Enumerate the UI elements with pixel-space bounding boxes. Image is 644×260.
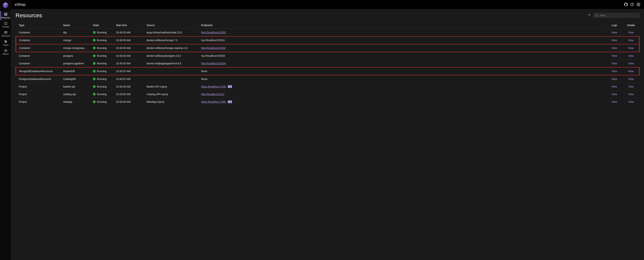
running-icon bbox=[93, 100, 96, 103]
endpoint-link[interactable]: https://localhost:7298 bbox=[201, 100, 226, 103]
endpoint-extra-badge[interactable]: +1 bbox=[228, 100, 232, 103]
cell-type: Container bbox=[16, 29, 60, 37]
table-row[interactable]: ContainerpostgresRunning10:43:03 AMdocke… bbox=[16, 52, 639, 60]
svg-rect-11 bbox=[5, 41, 7, 42]
cell-source: docker.io/library/mongo:7.0 bbox=[144, 36, 198, 44]
cell-details: View bbox=[623, 83, 639, 90]
svg-point-9 bbox=[6, 31, 7, 32]
table-row[interactable]: MongoDBDatabaseResourceBasketDBRunning10… bbox=[16, 67, 639, 75]
nav-traces[interactable]: Traces bbox=[0, 38, 11, 48]
nav-console[interactable]: Console bbox=[0, 20, 11, 29]
col-name[interactable]: Name bbox=[60, 22, 90, 29]
endpoint-text: None bbox=[201, 70, 207, 73]
col-logs[interactable]: Logs bbox=[606, 22, 623, 29]
svg-rect-3 bbox=[6, 15, 7, 16]
cell-name: catalog-api bbox=[60, 90, 90, 98]
view-details-link[interactable]: View bbox=[628, 100, 634, 103]
table-row[interactable]: Projectbasket-apiRunning10:43:03 AMBaske… bbox=[16, 83, 639, 90]
cell-details: View bbox=[623, 52, 639, 60]
nav-label: Structured bbox=[2, 35, 10, 37]
cell-endpoints: http://localhost:52534 bbox=[198, 60, 606, 67]
table-row[interactable]: ContainermongoRunning10:43:03 AMdocker.i… bbox=[16, 36, 639, 44]
running-icon bbox=[93, 39, 96, 42]
nav-resources[interactable]: Resources bbox=[0, 11, 11, 20]
running-icon bbox=[93, 70, 96, 72]
endpoint-link[interactable]: http://localhost:52535 bbox=[201, 31, 226, 34]
view-logs-link[interactable]: View bbox=[612, 54, 617, 57]
view-details-link[interactable]: View bbox=[628, 62, 634, 65]
cell-source: docker.io/dpage/pgadmin4:8.5 bbox=[144, 60, 198, 67]
cell-source bbox=[144, 75, 198, 83]
col-endpoints[interactable]: Endpoints bbox=[198, 22, 606, 29]
settings-icon[interactable] bbox=[636, 3, 640, 6]
endpoint-link[interactable]: http://localhost:5222 bbox=[201, 93, 224, 96]
content-header: Resources bbox=[16, 12, 640, 19]
endpoint-link[interactable]: http://localhost:52534 bbox=[201, 62, 226, 65]
col-source[interactable]: Source bbox=[144, 22, 198, 29]
cell-state: Running bbox=[90, 75, 113, 83]
table-row[interactable]: Projectcatalog-apiRunning10:43:03 AMCata… bbox=[16, 90, 639, 98]
cell-details: View bbox=[623, 75, 639, 83]
endpoint-link[interactable]: http://localhost:52532 bbox=[201, 47, 226, 50]
table-row[interactable]: ContaineridpRunning10:43:03 AMquay.io/ke… bbox=[16, 29, 639, 37]
cell-type: Project bbox=[16, 90, 60, 98]
view-details-link[interactable]: View bbox=[628, 77, 634, 80]
col-start[interactable]: Start time bbox=[113, 22, 144, 29]
cell-start: 10:43:03 AM bbox=[113, 83, 144, 90]
endpoint-extra-badge[interactable]: +1 bbox=[228, 85, 232, 88]
view-details-link[interactable]: View bbox=[628, 47, 634, 50]
cell-details: View bbox=[623, 98, 639, 106]
table-row[interactable]: ProjectwebappRunning10:43:03 AMWebApp.cs… bbox=[16, 98, 639, 106]
cell-name: basket-api bbox=[60, 83, 90, 90]
view-details-link[interactable]: View bbox=[628, 70, 634, 73]
view-logs-link[interactable]: View bbox=[612, 47, 617, 50]
search-box[interactable] bbox=[593, 13, 640, 18]
view-logs-link[interactable]: View bbox=[612, 100, 617, 103]
cell-logs: View bbox=[606, 29, 623, 37]
cell-details: View bbox=[623, 60, 639, 67]
view-logs-link[interactable]: View bbox=[612, 31, 617, 34]
cell-start: 10:43:03 AM bbox=[113, 29, 144, 37]
view-details-link[interactable]: View bbox=[628, 85, 634, 88]
cell-start: 10:43:03 AM bbox=[113, 44, 144, 52]
view-logs-link[interactable]: View bbox=[612, 39, 617, 42]
view-logs-link[interactable]: View bbox=[612, 85, 617, 88]
svg-rect-2 bbox=[4, 15, 5, 16]
table-row[interactable]: Containerpostgres-pgadminRunning10:43:03… bbox=[16, 60, 639, 67]
cell-type: Container bbox=[16, 44, 60, 52]
nav-metrics[interactable]: Metrics bbox=[0, 48, 11, 57]
content: Resources Type Na bbox=[11, 9, 644, 260]
cell-type: PostgresDatabaseResource bbox=[16, 75, 60, 83]
view-details-link[interactable]: View bbox=[628, 54, 634, 57]
view-logs-link[interactable]: View bbox=[612, 93, 617, 96]
table-row[interactable]: PostgresDatabaseResourceCatalogDBRunning… bbox=[16, 75, 639, 83]
view-details-link[interactable]: View bbox=[628, 39, 634, 42]
cell-logs: View bbox=[606, 44, 623, 52]
running-icon bbox=[93, 85, 96, 88]
col-details[interactable]: Details bbox=[623, 22, 639, 29]
col-type[interactable]: Type bbox=[16, 22, 60, 29]
cell-name: CatalogDB bbox=[60, 75, 90, 83]
nav-structured[interactable]: Structured bbox=[0, 29, 11, 38]
table-row[interactable]: Containermongo-mongoexpr...Running10:43:… bbox=[16, 44, 639, 52]
view-logs-link[interactable]: View bbox=[612, 77, 617, 80]
view-details-link[interactable]: View bbox=[628, 93, 634, 96]
cell-state: Running bbox=[90, 52, 113, 60]
filter-icon[interactable] bbox=[588, 14, 591, 17]
svg-point-20 bbox=[596, 14, 598, 16]
cell-logs: View bbox=[606, 60, 623, 67]
col-state[interactable]: State bbox=[90, 22, 113, 29]
endpoint-link[interactable]: https://localhost:7106 bbox=[201, 85, 226, 88]
cell-logs: View bbox=[606, 67, 623, 75]
cell-name: mongo bbox=[60, 36, 90, 44]
cell-name: webapp bbox=[60, 98, 90, 106]
running-icon bbox=[93, 55, 96, 57]
github-icon[interactable] bbox=[624, 3, 628, 6]
view-logs-link[interactable]: View bbox=[612, 70, 617, 73]
view-details-link[interactable]: View bbox=[628, 31, 634, 34]
cell-details: View bbox=[623, 36, 639, 44]
view-logs-link[interactable]: View bbox=[612, 62, 617, 65]
endpoint-text: tcp://localhost:52531 bbox=[201, 39, 225, 42]
help-icon[interactable] bbox=[630, 3, 634, 6]
search-input[interactable] bbox=[600, 14, 638, 17]
